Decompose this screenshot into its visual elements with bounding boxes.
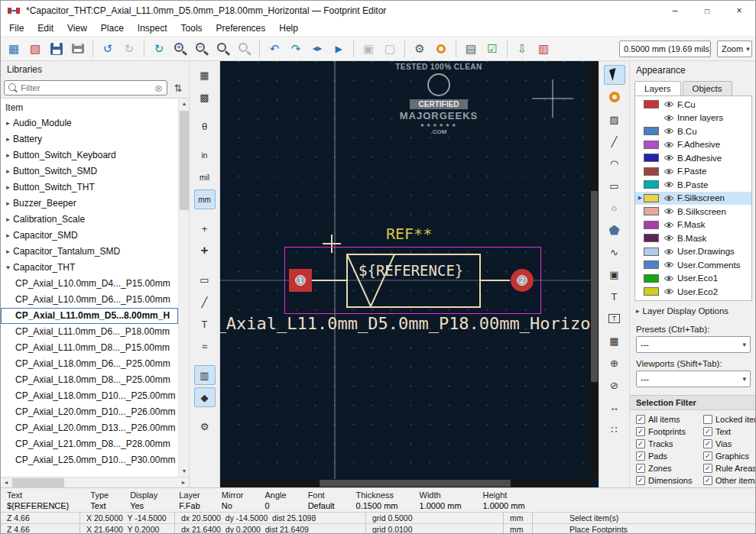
library-tree-row[interactable]: CP_Axial_L20.0mm_D10..._P26.00mm bbox=[1, 404, 178, 420]
menu-item[interactable]: Preferences bbox=[209, 21, 273, 35]
layer-visibility-eye-icon[interactable] bbox=[662, 288, 675, 295]
selection-filter-item[interactable]: Footprints bbox=[636, 427, 703, 436]
layer-visibility-eye-icon[interactable] bbox=[662, 181, 675, 188]
cursor-style-icon[interactable]: + bbox=[194, 218, 216, 238]
scrollbar-thumb[interactable] bbox=[320, 480, 511, 487]
checkbox-icon[interactable] bbox=[636, 415, 645, 424]
menu-item[interactable]: Inspect bbox=[131, 21, 174, 35]
mirror-icon[interactable]: ◀▶ bbox=[307, 39, 327, 59]
sort-libraries-icon[interactable]: ⇅ bbox=[170, 83, 186, 94]
polygon-tool-icon[interactable] bbox=[604, 220, 625, 240]
layer-row[interactable]: B.Cu bbox=[635, 125, 751, 138]
library-tree-row[interactable]: CP_Axial_L20.0mm_D13..._P26.00mm bbox=[1, 420, 178, 436]
zoom-out-icon[interactable]: − bbox=[192, 39, 212, 59]
layer-visibility-eye-icon[interactable] bbox=[662, 141, 675, 148]
layer-color-swatch[interactable] bbox=[644, 287, 659, 296]
print-icon[interactable] bbox=[68, 39, 88, 59]
library-tree-row[interactable]: CP_Axial_L18.0mm_D6..._P25.00mm bbox=[1, 356, 178, 372]
grid-size-select[interactable]: 0.5000 mm (19.69 mils) ▾ bbox=[619, 40, 711, 57]
sketch-graphics-icon[interactable]: ╱ bbox=[194, 292, 216, 312]
layer-row[interactable]: B.Silkscreen bbox=[635, 205, 751, 218]
checkbox-icon[interactable] bbox=[703, 451, 712, 461]
selection-filter-item[interactable]: Text bbox=[703, 427, 756, 436]
checkbox-icon[interactable] bbox=[636, 464, 645, 473]
pad-properties-icon[interactable] bbox=[431, 39, 451, 59]
reference-designator-text[interactable]: REF** bbox=[386, 225, 432, 243]
footprint-properties-icon[interactable]: ⚙ bbox=[410, 39, 430, 59]
layer-color-swatch[interactable] bbox=[644, 100, 659, 108]
checkbox-icon[interactable] bbox=[703, 439, 712, 448]
selection-filter-item[interactable]: Other items bbox=[703, 476, 756, 485]
import-footprint-icon[interactable]: ⇩ bbox=[512, 39, 532, 59]
selection-filter-item[interactable]: Graphics bbox=[703, 451, 756, 461]
save-footprint-to-board-icon[interactable]: ▧ bbox=[25, 39, 45, 59]
layer-row[interactable]: B.Mask bbox=[635, 231, 751, 245]
layer-row[interactable]: User.Comments bbox=[635, 258, 751, 272]
ungroup-icon[interactable]: ▢ bbox=[380, 39, 400, 59]
layer-color-swatch[interactable] bbox=[644, 154, 659, 162]
layer-visibility-eye-icon[interactable] bbox=[662, 261, 675, 268]
new-footprint-icon[interactable]: ▦ bbox=[4, 39, 24, 59]
measure-tool-icon[interactable]: ↔ bbox=[604, 397, 625, 417]
presets-select[interactable]: --- ▾ bbox=[636, 336, 751, 353]
checkbox-icon[interactable] bbox=[703, 415, 712, 424]
layer-color-swatch[interactable] bbox=[644, 127, 659, 135]
selection-filter-item[interactable]: Vias bbox=[703, 439, 756, 448]
viewports-select[interactable]: --- ▾ bbox=[636, 371, 751, 387]
layer-color-swatch[interactable] bbox=[644, 141, 659, 149]
layer-visibility-eye-icon[interactable] bbox=[662, 195, 675, 202]
undo-icon[interactable]: ↺ bbox=[98, 39, 118, 59]
delete-tool-icon[interactable]: ⊘ bbox=[604, 375, 625, 395]
grid-overrides-icon[interactable]: ▩ bbox=[194, 87, 216, 107]
save-icon[interactable] bbox=[47, 39, 67, 59]
library-tree-row[interactable]: ▾ Capacitor_THT bbox=[1, 260, 178, 276]
close-button[interactable]: × bbox=[723, 1, 755, 21]
refresh-view-icon[interactable]: ↻ bbox=[149, 39, 169, 59]
library-tree-row[interactable]: CP_Axial_L18.0mm_D8..._P25.00mm bbox=[1, 372, 178, 388]
sketch-text-icon[interactable]: T bbox=[194, 314, 216, 334]
menu-item[interactable]: Edit bbox=[31, 21, 60, 35]
layer-visibility-eye-icon[interactable] bbox=[662, 275, 675, 282]
layer-color-swatch[interactable] bbox=[644, 167, 659, 176]
layer-row[interactable]: F.Adhesive bbox=[635, 138, 751, 152]
canvas-vertical-scrollbar[interactable] bbox=[590, 61, 599, 478]
layer-row[interactable]: Inner layers bbox=[635, 112, 751, 125]
library-tree-row[interactable]: ▸ Battery bbox=[1, 131, 178, 147]
units-inches-button[interactable]: in bbox=[194, 145, 216, 165]
canvas[interactable]: REF** ${REFERENCE} CP_Axial_L11.0mm_D5.0… bbox=[220, 61, 599, 487]
pad-2[interactable]: 2 bbox=[511, 269, 534, 292]
layer-visibility-eye-icon[interactable] bbox=[662, 154, 675, 161]
libraries-horizontal-scrollbar[interactable]: ◄ ► bbox=[1, 477, 189, 487]
polar-coordinates-icon[interactable]: θ bbox=[194, 116, 216, 136]
layer-color-swatch[interactable] bbox=[644, 261, 659, 269]
pad-tool-icon[interactable] bbox=[604, 87, 625, 107]
table-tool-icon[interactable]: ▦ bbox=[604, 331, 625, 351]
circle-tool-icon[interactable]: ○ bbox=[604, 198, 625, 218]
layer-visibility-eye-icon[interactable] bbox=[662, 101, 675, 108]
library-tree-row[interactable]: CP_Axial_L11.0mm_D5...8.00mm_H bbox=[1, 308, 178, 324]
library-tree-row[interactable]: CP_Axial_L11.0mm_D6..._P18.00mm bbox=[1, 324, 178, 340]
bezier-tool-icon[interactable]: ∿ bbox=[604, 242, 625, 262]
selection-filter-item[interactable]: Locked items bbox=[703, 415, 756, 424]
layer-row[interactable]: User.Drawings bbox=[635, 245, 751, 259]
scroll-left-icon[interactable]: ◄ bbox=[1, 477, 11, 488]
library-tree-row[interactable]: ▸ Capacitor_SMD bbox=[1, 228, 178, 244]
ratsnest-icon[interactable]: ≈ bbox=[194, 336, 216, 356]
text-tool-icon[interactable]: T bbox=[604, 286, 625, 306]
footprint-checker-run-icon[interactable]: ☑ bbox=[482, 39, 502, 59]
image-tool-icon[interactable]: ▣ bbox=[604, 264, 625, 284]
zoom-fit-icon[interactable] bbox=[213, 39, 233, 59]
library-tree-row[interactable]: ▸ Capacitor_Tantalum_SMD bbox=[1, 244, 178, 260]
maximize-button[interactable]: □ bbox=[691, 1, 723, 21]
text-properties-icon[interactable]: ▤ bbox=[461, 39, 481, 59]
layer-row[interactable]: B.Paste bbox=[635, 178, 751, 192]
library-tree-row[interactable]: ▸ Button_Switch_THT bbox=[1, 180, 178, 196]
anchor-tool-icon[interactable]: ⊕ bbox=[604, 353, 625, 373]
layer-display-options[interactable]: ▸ Layer Display Options bbox=[630, 301, 756, 319]
layer-visibility-eye-icon[interactable] bbox=[662, 115, 675, 121]
checkbox-icon[interactable] bbox=[636, 476, 645, 485]
scrollbar-thumb[interactable] bbox=[591, 191, 598, 382]
layer-row[interactable]: ▶ F.Silkscreen bbox=[635, 192, 751, 206]
checkbox-icon[interactable] bbox=[703, 476, 712, 485]
filter-input[interactable] bbox=[21, 83, 151, 92]
